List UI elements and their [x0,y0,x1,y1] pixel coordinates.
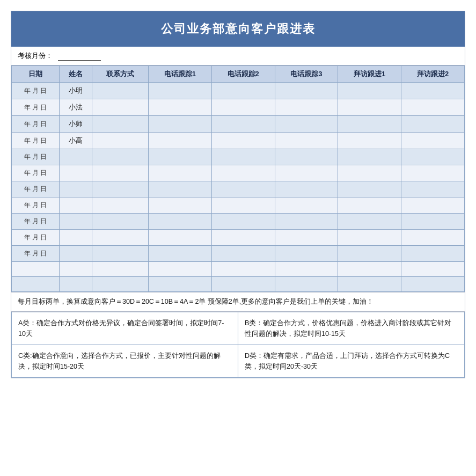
contact-cell [92,262,148,277]
table-row: 年 月 日 [12,214,465,230]
visit1-cell [338,99,401,116]
contact-cell [92,116,148,133]
phone2-cell [211,230,275,246]
visit2-cell [401,181,465,197]
table-row: 年 月 日 [12,181,465,197]
name-cell [60,197,92,214]
date-cell: 年 月 日 [12,116,60,133]
phone2-cell [211,246,275,262]
phone2-cell [211,277,275,292]
col-visit1: 拜访跟进1 [338,66,401,83]
name-cell [60,277,92,292]
visit2-cell [401,230,465,246]
phone1-cell [148,149,211,165]
col-phone2: 电话跟踪2 [211,66,275,83]
name-cell: 小师 [60,116,92,133]
phone3-cell [275,230,338,246]
visit1-cell [338,230,401,246]
date-cell [12,277,60,292]
phone2-cell [211,165,275,181]
visit1-cell [338,133,401,149]
phone2-cell [211,214,275,230]
visit1-cell [338,149,401,165]
category-row-2: C类:确定合作意向，选择合作方式，已报价，主要针对性问题的解决，拟定时间15-2… [12,345,465,377]
visit1-cell [338,181,401,197]
contact-cell [92,214,148,230]
name-cell [60,149,92,165]
visit1-cell [338,246,401,262]
name-cell [60,262,92,277]
phone1-cell [148,262,211,277]
date-cell: 年 月 日 [12,149,60,165]
table-row: 年 月 日小师 [12,116,465,133]
visit1-cell [338,116,401,133]
contact-cell [92,197,148,214]
visit1-cell [338,165,401,181]
phone3-cell [275,214,338,230]
category-d: D类：确定有需求，产品合适，上门拜访，选择合作方式可转换为C类，拟定时间20天-… [238,345,465,377]
phone1-cell [148,277,211,292]
phone1-cell [148,181,211,197]
contact-cell [92,149,148,165]
table-row: 年 月 日 [12,149,465,165]
table-header-row: 日期 姓名 联系方式 电话跟踪1 电话跟踪2 电话跟踪3 拜访跟进1 拜访跟进2 [12,66,465,83]
category-row-1: A类：确定合作方式对价格无异议，确定合同签署时间，拟定时间7-10天 B类：确定… [12,312,465,345]
name-cell: 小法 [60,99,92,116]
visit2-cell [401,197,465,214]
date-cell: 年 月 日 [12,99,60,116]
phone2-cell [211,262,275,277]
phone3-cell [275,262,338,277]
visit1-cell [338,197,401,214]
month-underline [58,52,101,61]
name-cell [60,230,92,246]
phone3-cell [275,246,338,262]
table-row: 年 月 日小明 [12,83,465,99]
contact-cell [92,99,148,116]
date-cell: 年 月 日 [12,197,60,214]
phone3-cell [275,116,338,133]
phone1-cell [148,165,211,181]
visit1-cell [338,214,401,230]
visit2-cell [401,99,465,116]
date-cell: 年 月 日 [12,230,60,246]
visit2-cell [401,214,465,230]
phone1-cell [148,246,211,262]
phone3-cell [275,165,338,181]
date-cell: 年 月 日 [12,133,60,149]
table-row [12,277,465,292]
category-c: C类:确定合作意向，选择合作方式，已报价，主要针对性问题的解决，拟定时间15-2… [12,345,238,377]
page-container: 公司业务部意向客户跟进表 考核月份： 日期 姓名 联系方式 电话跟踪1 电话跟踪… [11,11,465,378]
contact-cell [92,165,148,181]
phone1-cell [148,99,211,116]
table-row [12,262,465,277]
category-b: B类：确定合作方式，价格优惠问题，价格进入商讨阶段或其它针对性问题的解决，拟定时… [238,312,465,345]
name-cell [60,246,92,262]
phone3-cell [275,99,338,116]
table-row: 年 月 日 [12,230,465,246]
phone1-cell [148,230,211,246]
phone2-cell [211,181,275,197]
phone3-cell [275,197,338,214]
visit2-cell [401,133,465,149]
phone3-cell [275,133,338,149]
date-cell: 年 月 日 [12,165,60,181]
phone1-cell [148,133,211,149]
phone3-cell [275,181,338,197]
date-cell: 年 月 日 [12,214,60,230]
col-name: 姓名 [60,66,92,83]
visit2-cell [401,116,465,133]
visit2-cell [401,246,465,262]
month-row: 考核月份： [11,47,465,65]
contact-cell [92,133,148,149]
phone2-cell [211,83,275,99]
phone3-cell [275,277,338,292]
name-cell [60,214,92,230]
contact-cell [92,277,148,292]
contact-cell [92,181,148,197]
phone2-cell [211,149,275,165]
visit1-cell [338,262,401,277]
page-title: 公司业务部意向客户跟进表 [11,11,465,47]
category-table: A类：确定合作方式对价格无异议，确定合同签署时间，拟定时间7-10天 B类：确定… [11,312,465,378]
col-contact: 联系方式 [92,66,148,83]
date-cell: 年 月 日 [12,246,60,262]
